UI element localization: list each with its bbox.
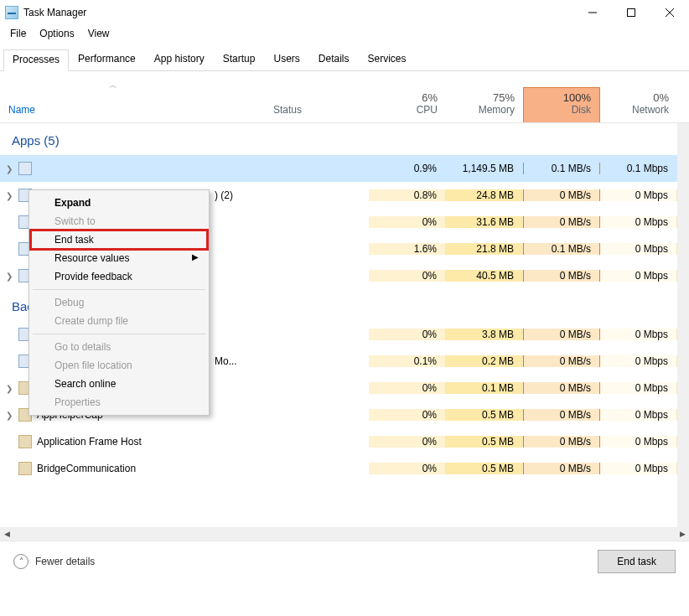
ctx-end-task[interactable]: End task — [31, 230, 207, 249]
task-manager-icon — [5, 6, 18, 19]
close-button[interactable] — [650, 0, 689, 25]
titlebar: Task Manager — [0, 0, 689, 25]
process-row[interactable]: ❯ BridgeCommunication 0% 0.5 MB 0 MB/s 0… — [0, 455, 677, 482]
end-task-button[interactable]: End task — [598, 550, 676, 573]
column-status[interactable]: Status — [265, 101, 369, 122]
expand-icon[interactable]: ❯ — [5, 164, 13, 173]
cell-network: 0.1 Mbps — [600, 163, 677, 174]
tab-startup[interactable]: Startup — [214, 49, 265, 70]
ctx-search-online[interactable]: Search online — [31, 375, 207, 393]
expand-icon[interactable]: ❯ — [5, 384, 13, 393]
scroll-right-icon[interactable]: ▶ — [676, 527, 689, 541]
expand-icon[interactable]: ❯ — [5, 272, 13, 281]
column-disk[interactable]: 100% Disk — [523, 87, 600, 122]
ctx-create-dump: Create dump file — [31, 312, 207, 330]
submenu-arrow-icon: ▶ — [192, 252, 199, 261]
ctx-switch-to: Switch to — [31, 212, 207, 230]
group-apps: Apps (5) — [0, 123, 677, 155]
cell-disk: 0.1 MB/s — [523, 163, 600, 174]
process-row[interactable]: ❯ Application Frame Host 0% 0.5 MB 0 MB/… — [0, 428, 677, 455]
process-name: Mo... — [215, 355, 237, 367]
fewer-details-button[interactable]: ˄ Fewer details — [13, 554, 95, 569]
process-icon — [18, 435, 32, 448]
ctx-go-to-details: Go to details — [31, 338, 207, 356]
process-name: ) (2) — [215, 189, 233, 201]
ctx-open-file-location: Open file location — [31, 356, 207, 375]
column-headers: ︿ Name Status 6% CPU 75% Memory 100% Dis… — [0, 80, 689, 123]
cell-memory: 1,149.5 MB — [446, 163, 523, 174]
ctx-separator — [33, 289, 205, 290]
tab-details[interactable]: Details — [309, 49, 359, 70]
process-icon — [18, 462, 32, 475]
ctx-expand[interactable]: Expand — [31, 194, 207, 212]
process-name: Application Frame Host — [37, 436, 142, 448]
menu-view[interactable]: View — [81, 25, 117, 42]
tabstrip: Processes Performance App history Startu… — [0, 44, 689, 71]
footer: ˄ Fewer details End task — [0, 541, 689, 581]
sort-indicator-icon: ︿ — [109, 80, 117, 91]
tab-processes[interactable]: Processes — [3, 49, 69, 71]
process-name: BridgeCommunication — [37, 463, 136, 474]
ctx-resource-values[interactable]: Resource values ▶ — [31, 249, 207, 267]
window-title: Task Manager — [23, 7, 86, 18]
group-apps-title[interactable]: Apps (5) — [0, 125, 265, 154]
cell-cpu: 0.9% — [369, 163, 446, 174]
menu-file[interactable]: File — [3, 25, 33, 42]
chevron-up-icon: ˄ — [13, 554, 28, 569]
column-cpu[interactable]: 6% CPU — [369, 88, 446, 122]
scroll-left-icon[interactable]: ◀ — [0, 527, 13, 541]
ctx-provide-feedback[interactable]: Provide feedback — [31, 267, 207, 286]
svg-rect-1 — [628, 9, 635, 17]
process-row[interactable]: ❯ 0.9% 1,149.5 MB 0.1 MB/s 0.1 Mbps — [0, 155, 677, 182]
minimize-button[interactable] — [573, 0, 612, 25]
expand-icon[interactable]: ❯ — [5, 191, 13, 200]
tab-performance[interactable]: Performance — [69, 49, 145, 70]
maximize-button[interactable] — [612, 0, 650, 25]
context-menu: Expand Switch to End task Resource value… — [28, 189, 210, 416]
ctx-debug: Debug — [31, 293, 207, 312]
menu-options[interactable]: Options — [33, 25, 80, 42]
column-name[interactable]: Name — [0, 101, 265, 122]
vertical-scrollbar[interactable] — [677, 123, 689, 152]
menubar: File Options View — [0, 25, 689, 44]
column-network[interactable]: 0% Network — [600, 88, 677, 122]
expand-icon[interactable]: ❯ — [5, 411, 13, 420]
process-icon — [18, 162, 32, 175]
tab-users[interactable]: Users — [264, 49, 308, 70]
tab-app-history[interactable]: App history — [145, 49, 214, 70]
ctx-properties: Properties — [31, 393, 207, 412]
column-memory[interactable]: 75% Memory — [446, 88, 523, 122]
tab-services[interactable]: Services — [359, 49, 416, 70]
horizontal-scrollbar[interactable]: ◀ ▶ — [0, 527, 689, 541]
ctx-separator — [33, 334, 205, 334]
window-controls — [573, 0, 689, 25]
